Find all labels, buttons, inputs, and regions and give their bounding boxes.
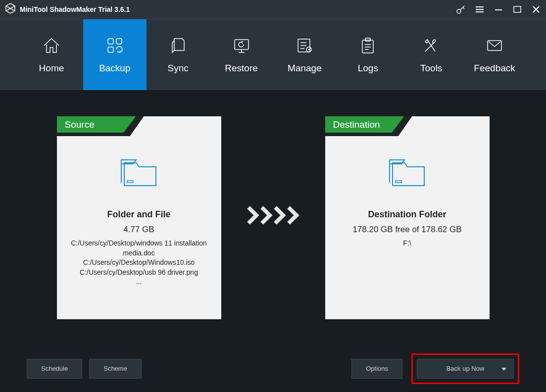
highlight-box: Back up Now xyxy=(411,353,519,384)
source-size: 4.77 GB xyxy=(57,225,221,235)
nav-logs[interactable]: Logs xyxy=(336,19,399,90)
maximize-icon[interactable] xyxy=(512,4,522,14)
chevron-down-icon xyxy=(501,365,506,372)
key-icon[interactable] xyxy=(456,4,466,14)
nav-label: Sync xyxy=(168,63,189,74)
source-title: Folder and File xyxy=(57,209,221,220)
nav-sync[interactable]: Sync xyxy=(147,19,210,90)
folder-icon xyxy=(119,156,159,190)
nav-label: Logs xyxy=(358,63,378,74)
destination-card[interactable]: Destination Destination Folder 178.20 GB… xyxy=(325,116,490,319)
tools-icon xyxy=(421,36,441,55)
source-paths: C:/Users/cy/Desktop/windows 11 installat… xyxy=(57,239,221,287)
source-path: C:/Users/cy/Desktop/Windows10.iso xyxy=(67,258,211,268)
home-icon xyxy=(42,36,61,55)
footer: Schedule Scheme Options Back up Now xyxy=(0,345,546,392)
feedback-icon xyxy=(485,36,504,55)
titlebar-controls xyxy=(456,4,541,14)
source-tab: Source xyxy=(57,116,136,133)
scheme-button[interactable]: Scheme xyxy=(89,359,142,379)
nav-feedback[interactable]: Feedback xyxy=(463,19,526,90)
nav-manage[interactable]: Manage xyxy=(273,19,337,90)
destination-tab: Destination xyxy=(325,116,404,133)
menu-icon[interactable] xyxy=(475,4,485,14)
main-window: MiniTool ShadowMaker Trial 3.6.1 Home xyxy=(0,0,546,392)
manage-icon xyxy=(295,36,314,55)
nav-label: Tools xyxy=(420,63,442,74)
close-icon[interactable] xyxy=(531,4,541,14)
backup-now-label: Back up Now xyxy=(447,365,485,372)
footer-left: Schedule Scheme xyxy=(27,359,142,379)
logs-icon xyxy=(358,36,378,55)
nav-label: Home xyxy=(39,63,64,74)
backup-icon xyxy=(105,36,125,55)
navbar: Home Backup Sync Restore Manage Logs Too… xyxy=(0,19,546,91)
nav-restore[interactable]: Restore xyxy=(210,19,273,90)
svg-rect-3 xyxy=(116,39,122,44)
nav-home[interactable]: Home xyxy=(20,19,83,90)
destination-path: F:\ xyxy=(325,239,490,248)
nav-label: Feedback xyxy=(474,63,515,74)
content-area: Source Folder and File 4.77 GB C:/Users/… xyxy=(0,91,546,345)
source-card[interactable]: Source Folder and File 4.77 GB C:/Users/… xyxy=(57,116,221,319)
nav-label: Restore xyxy=(225,63,258,74)
nav-tools[interactable]: Tools xyxy=(399,19,463,90)
source-path: C:/Users/cy/Desktop/usb 96 driver.png xyxy=(67,268,211,278)
folder-icon xyxy=(388,156,427,190)
svg-rect-4 xyxy=(108,47,113,52)
nav-label: Manage xyxy=(288,63,322,74)
nav-label: Backup xyxy=(99,63,130,74)
app-logo-icon xyxy=(5,3,16,16)
destination-title: Destination Folder xyxy=(325,209,490,220)
arrows-icon xyxy=(246,205,300,231)
svg-rect-5 xyxy=(235,40,248,49)
svg-point-0 xyxy=(457,9,461,13)
svg-rect-1 xyxy=(514,6,521,12)
minimize-icon[interactable] xyxy=(494,4,503,14)
footer-right: Options Back up Now xyxy=(351,353,519,384)
source-path: C:/Users/cy/Desktop/windows 11 installat… xyxy=(67,239,211,258)
destination-size: 178.20 GB free of 178.62 GB xyxy=(325,225,490,235)
options-button[interactable]: Options xyxy=(351,359,402,379)
svg-rect-13 xyxy=(396,181,401,183)
svg-point-8 xyxy=(308,49,310,50)
backup-now-button[interactable]: Back up Now xyxy=(417,359,514,379)
titlebar-title: MiniTool ShadowMaker Trial 3.6.1 xyxy=(20,5,456,13)
source-body: Folder and File 4.77 GB C:/Users/cy/Desk… xyxy=(57,116,221,287)
titlebar: MiniTool ShadowMaker Trial 3.6.1 xyxy=(0,0,546,19)
svg-rect-2 xyxy=(108,39,113,44)
schedule-button[interactable]: Schedule xyxy=(27,359,82,379)
source-more: ... xyxy=(67,277,211,287)
restore-icon xyxy=(232,36,251,55)
sync-icon xyxy=(168,36,188,55)
svg-rect-9 xyxy=(362,40,373,53)
nav-backup[interactable]: Backup xyxy=(83,19,147,90)
svg-rect-10 xyxy=(365,38,370,41)
svg-rect-12 xyxy=(127,181,133,183)
